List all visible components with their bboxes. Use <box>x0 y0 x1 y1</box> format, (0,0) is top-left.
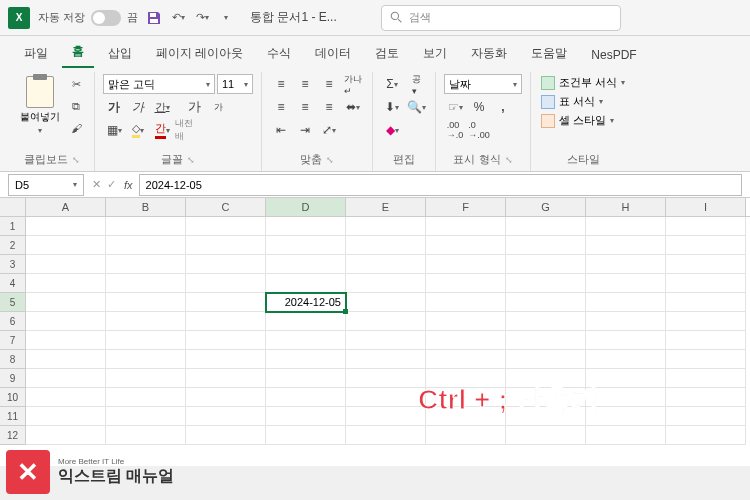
cell-E7[interactable] <box>346 331 426 350</box>
wrap-text-icon[interactable]: 가나↵ <box>342 74 364 94</box>
tab-home[interactable]: 홈 <box>62 37 94 68</box>
col-header-A[interactable]: A <box>26 198 106 216</box>
cell-I5[interactable] <box>666 293 746 312</box>
cell-C6[interactable] <box>186 312 266 331</box>
cell-C3[interactable] <box>186 255 266 274</box>
cell-A10[interactable] <box>26 388 106 407</box>
cell-C11[interactable] <box>186 407 266 426</box>
align-center-icon[interactable]: ≡ <box>294 97 316 117</box>
row-header-6[interactable]: 6 <box>0 312 26 331</box>
cell-H1[interactable] <box>586 217 666 236</box>
select-all-corner[interactable] <box>0 198 26 216</box>
tab-review[interactable]: 검토 <box>365 39 409 68</box>
cell-E12[interactable] <box>346 426 426 445</box>
cell-D9[interactable] <box>266 369 346 388</box>
col-header-D[interactable]: D <box>266 198 346 216</box>
col-header-B[interactable]: B <box>106 198 186 216</box>
col-header-G[interactable]: G <box>506 198 586 216</box>
cell-F8[interactable] <box>426 350 506 369</box>
format-painter-icon[interactable]: 🖌 <box>66 118 86 138</box>
cell-B1[interactable] <box>106 217 186 236</box>
cell-A12[interactable] <box>26 426 106 445</box>
autosave-toggle[interactable]: 자동 저장 끔 <box>38 10 138 26</box>
align-right-icon[interactable]: ≡ <box>318 97 340 117</box>
cell-D3[interactable] <box>266 255 346 274</box>
increase-decimal-icon[interactable]: .00→.0 <box>444 120 466 140</box>
cell-C2[interactable] <box>186 236 266 255</box>
tab-view[interactable]: 보기 <box>413 39 457 68</box>
find-icon[interactable]: 🔍▾ <box>405 97 427 117</box>
cell-G4[interactable] <box>506 274 586 293</box>
cell-H3[interactable] <box>586 255 666 274</box>
cell-C10[interactable] <box>186 388 266 407</box>
align-bottom-icon[interactable]: ≡ <box>318 74 340 94</box>
cell-I11[interactable] <box>666 407 746 426</box>
cell-B9[interactable] <box>106 369 186 388</box>
cell-E5[interactable] <box>346 293 426 312</box>
cell-E11[interactable] <box>346 407 426 426</box>
orientation-icon[interactable]: ⤢▾ <box>318 120 340 140</box>
cell-A2[interactable] <box>26 236 106 255</box>
cell-I9[interactable] <box>666 369 746 388</box>
col-header-C[interactable]: C <box>186 198 266 216</box>
cell-D8[interactable] <box>266 350 346 369</box>
row-header-5[interactable]: 5 <box>0 293 26 312</box>
cell-E3[interactable] <box>346 255 426 274</box>
cell-F7[interactable] <box>426 331 506 350</box>
dialog-launcher-icon[interactable]: ⤡ <box>187 155 195 165</box>
save-icon[interactable] <box>146 10 162 26</box>
cell-C5[interactable] <box>186 293 266 312</box>
row-header-10[interactable]: 10 <box>0 388 26 407</box>
search-input[interactable]: 검색 <box>381 5 621 31</box>
cell-I10[interactable] <box>666 388 746 407</box>
percent-icon[interactable]: % <box>468 97 490 117</box>
cell-F5[interactable] <box>426 293 506 312</box>
col-header-F[interactable]: F <box>426 198 506 216</box>
cell-B3[interactable] <box>106 255 186 274</box>
cell-B6[interactable] <box>106 312 186 331</box>
decrease-decimal-icon[interactable]: .0→.00 <box>468 120 490 140</box>
cell-E8[interactable] <box>346 350 426 369</box>
cancel-formula-icon[interactable]: ✕ <box>92 178 101 191</box>
cell-I1[interactable] <box>666 217 746 236</box>
formula-input[interactable]: 2024-12-05 <box>139 174 742 196</box>
cell-A7[interactable] <box>26 331 106 350</box>
cell-F4[interactable] <box>426 274 506 293</box>
grow-font-button[interactable]: 가 <box>183 97 205 117</box>
cell-F6[interactable] <box>426 312 506 331</box>
cell-E10[interactable] <box>346 388 426 407</box>
cell-G2[interactable] <box>506 236 586 255</box>
cell-D12[interactable] <box>266 426 346 445</box>
row-header-11[interactable]: 11 <box>0 407 26 426</box>
tab-nespdf[interactable]: NesPDF <box>581 42 646 68</box>
qat-more-icon[interactable]: ▾ <box>218 10 234 26</box>
cell-D10[interactable] <box>266 388 346 407</box>
autosum-icon[interactable]: Σ▾ <box>381 74 403 94</box>
align-top-icon[interactable]: ≡ <box>270 74 292 94</box>
paste-button[interactable]: 붙여넣기 ▾ <box>18 74 62 137</box>
cell-E1[interactable] <box>346 217 426 236</box>
align-left-icon[interactable]: ≡ <box>270 97 292 117</box>
row-header-12[interactable]: 12 <box>0 426 26 445</box>
shrink-font-button[interactable]: 가 <box>207 97 229 117</box>
row-header-3[interactable]: 3 <box>0 255 26 274</box>
fill-color-icon[interactable]: ◇▾ <box>127 120 149 140</box>
row-header-7[interactable]: 7 <box>0 331 26 350</box>
borders-icon[interactable]: ▦▾ <box>103 120 125 140</box>
cell-C4[interactable] <box>186 274 266 293</box>
cell-F2[interactable] <box>426 236 506 255</box>
cell-C12[interactable] <box>186 426 266 445</box>
cell-B12[interactable] <box>106 426 186 445</box>
indent-increase-icon[interactable]: ⇥ <box>294 120 316 140</box>
cut-icon[interactable]: ✂ <box>66 74 86 94</box>
cell-G6[interactable] <box>506 312 586 331</box>
undo-icon[interactable]: ↶▾ <box>170 10 186 26</box>
dialog-launcher-icon[interactable]: ⤡ <box>505 155 513 165</box>
cell-D6[interactable] <box>266 312 346 331</box>
phonetic-button[interactable]: 내전 배 <box>175 120 197 140</box>
spreadsheet-grid[interactable]: ABCDEFGHI 123452024-12-056789101112 <box>0 198 750 466</box>
cell-G1[interactable] <box>506 217 586 236</box>
underline-button[interactable]: 간▾ <box>151 97 173 117</box>
cell-B10[interactable] <box>106 388 186 407</box>
cell-I6[interactable] <box>666 312 746 331</box>
